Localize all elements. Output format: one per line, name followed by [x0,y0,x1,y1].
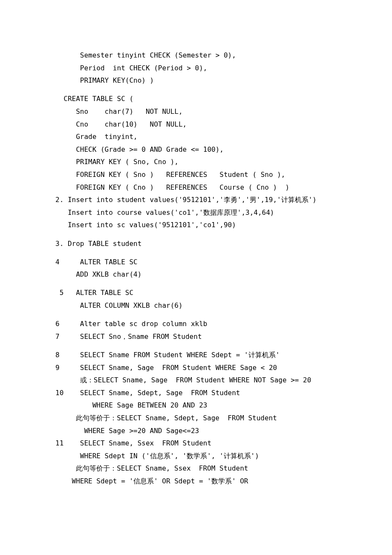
text-line: 10 SELECT Sname, Sdept, Sage FROM Studen… [55,387,383,399]
text-line: ALTER COLUMN XKLB char(6) [55,299,383,312]
text-line: PRIMARY KEY ( Sno, Cno ), [55,156,383,168]
text-line: WHERE Sdept IN ('信息系', '数学系', '计算机系') [55,450,383,462]
text-line: Cno char(10) NOT NULL, [55,118,383,131]
blank-line [55,343,383,349]
text-line: 6 Alter table sc drop column xklb [55,318,383,330]
text-line: CHECK (Grade >= 0 AND Grade <= 100), [55,143,383,156]
document-body: Semester tinyint CHECK (Semester > 0), P… [55,49,383,488]
text-line: 此句等价于：SELECT Sname, Ssex FROM Student [55,462,383,475]
text-line: WHERE Sdept = '信息系' OR Sdept = '数学系' OR [55,475,383,488]
text-line: 或：SELECT Sname, Sage FROM Student WHERE … [55,374,383,387]
text-line: Sno char(7) NOT NULL, [55,105,383,118]
blank-line [55,281,383,287]
text-line: 4 ALTER TABLE SC [55,256,383,269]
text-line: 9 SELECT Sname, Sage FROM Student WHERE … [55,361,383,374]
text-line: PRIMARY KEY(Cno) ) [55,74,383,87]
text-line: 11 SELECT Sname, Ssex FROM Student [55,437,383,450]
text-line: 5 ALTER TABLE SC [55,286,383,299]
document-page: Semester tinyint CHECK (Semester > 0), P… [0,0,392,555]
text-line: WHERE Sage >=20 AND Sage<=23 [55,425,383,437]
blank-line [55,250,383,256]
text-line: CREATE TABLE SC ( [55,92,383,105]
text-line: ADD XKLB char(4) [55,268,383,281]
text-line: 此句等价于：SELECT Sname, Sdept, Sage FROM Stu… [55,412,383,425]
blank-line [55,87,383,93]
text-line: WHERE Sage BETWEEN 20 AND 23 [55,399,383,412]
text-line: 2. Insert into student values('9512101',… [55,194,383,206]
text-line: FOREIGN KEY ( Sno ) REFERENCES Student (… [55,168,383,181]
text-line: 7 SELECT Sno，Sname FROM Student [55,330,383,343]
text-line: 3. Drop TABLE student [55,237,383,250]
text-line: 8 SELECT Sname FROM Student WHERE Sdept … [55,349,383,361]
text-line: Grade tinyint, [55,130,383,143]
text-line: Insert into sc values('9512101','co1',90… [55,219,383,231]
blank-line [55,231,383,237]
blank-line [55,312,383,318]
text-line: Insert into course values('co1','数据库原理',… [55,206,383,219]
text-line: Semester tinyint CHECK (Semester > 0), [55,49,383,62]
text-line: Period int CHECK (Period > 0), [55,62,383,75]
text-line: FOREIGN KEY ( Cno ) REFERENCES Course ( … [55,181,383,194]
